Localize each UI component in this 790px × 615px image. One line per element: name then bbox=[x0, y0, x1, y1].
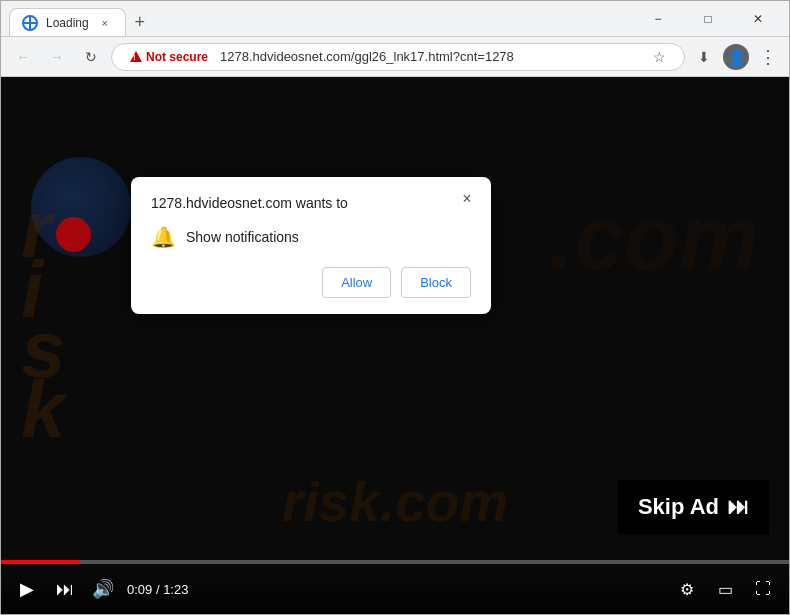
dialog-title: 1278.hdvideosnet.com wants to bbox=[151, 195, 471, 211]
back-button[interactable]: ← bbox=[9, 43, 37, 71]
bookmark-button[interactable]: ☆ bbox=[646, 44, 672, 70]
skip-forward-button[interactable]: ⏭ bbox=[51, 575, 79, 603]
forward-button[interactable]: → bbox=[43, 43, 71, 71]
not-secure-indicator[interactable]: Not secure bbox=[124, 48, 214, 66]
not-secure-label: Not secure bbox=[146, 50, 208, 64]
browser-window: Loading × + − □ ✕ ← → ↻ Not secure 1278.… bbox=[0, 0, 790, 615]
permission-text: Show notifications bbox=[186, 229, 299, 245]
permission-row: 🔔 Show notifications bbox=[151, 225, 471, 249]
watermark-left: r i s k bbox=[21, 190, 66, 450]
maximize-button[interactable]: □ bbox=[685, 1, 731, 37]
skip-ad-label: Skip Ad bbox=[638, 494, 719, 520]
block-button[interactable]: Block bbox=[401, 267, 471, 298]
watermark-right: .com bbox=[549, 193, 759, 283]
tab-title: Loading bbox=[46, 16, 89, 30]
allow-button[interactable]: Allow bbox=[322, 267, 391, 298]
address-field[interactable]: Not secure 1278.hdvideosnet.com/ggl26_ln… bbox=[111, 43, 685, 71]
controls-right: ⚙ ▭ ⛶ bbox=[673, 575, 777, 603]
dialog-buttons: Allow Block bbox=[151, 267, 471, 298]
volume-button[interactable]: 🔊 bbox=[89, 575, 117, 603]
address-icons: ☆ bbox=[646, 44, 672, 70]
time-display: 0:09 / 1:23 bbox=[127, 582, 188, 597]
tab-close-button[interactable]: × bbox=[97, 15, 113, 31]
permission-dialog: × 1278.hdvideosnet.com wants to 🔔 Show n… bbox=[131, 177, 491, 314]
fullscreen-button[interactable]: ⛶ bbox=[749, 575, 777, 603]
minimize-button[interactable]: − bbox=[635, 1, 681, 37]
tab-area: Loading × + bbox=[9, 1, 627, 36]
window-controls: − □ ✕ bbox=[635, 1, 781, 37]
watermark-bottom: risk.com bbox=[282, 470, 508, 534]
theater-mode-button[interactable]: ▭ bbox=[711, 575, 739, 603]
dialog-close-button[interactable]: × bbox=[455, 187, 479, 211]
title-bar: Loading × + − □ ✕ bbox=[1, 1, 789, 37]
new-tab-button[interactable]: + bbox=[126, 8, 154, 36]
page-content: r i s k .com risk.com ▶ ⏭ 🔊 0:09 / 1:23 … bbox=[1, 77, 789, 614]
bell-icon: 🔔 bbox=[151, 225, 176, 249]
settings-button[interactable]: ⚙ bbox=[673, 575, 701, 603]
reload-button[interactable]: ↻ bbox=[77, 43, 105, 71]
downloads-icon[interactable]: ⬇ bbox=[691, 44, 717, 70]
url-text: 1278.hdvideosnet.com/ggl26_lnk17.html?cn… bbox=[220, 49, 640, 64]
chrome-menu-button[interactable]: ⋮ bbox=[755, 44, 781, 70]
skip-ad-button[interactable]: Skip Ad ⏭ bbox=[618, 480, 769, 534]
tab-favicon bbox=[22, 15, 38, 31]
close-button[interactable]: ✕ bbox=[735, 1, 781, 37]
address-bar: ← → ↻ Not secure 1278.hdvideosnet.com/gg… bbox=[1, 37, 789, 77]
video-controls: ▶ ⏭ 🔊 0:09 / 1:23 ⚙ ▭ ⛶ bbox=[1, 564, 789, 614]
skip-ad-icon: ⏭ bbox=[727, 494, 749, 520]
warning-triangle-icon bbox=[130, 51, 142, 62]
play-button[interactable]: ▶ bbox=[13, 575, 41, 603]
profile-button[interactable]: 👤 bbox=[723, 44, 749, 70]
browser-tab[interactable]: Loading × bbox=[9, 8, 126, 36]
